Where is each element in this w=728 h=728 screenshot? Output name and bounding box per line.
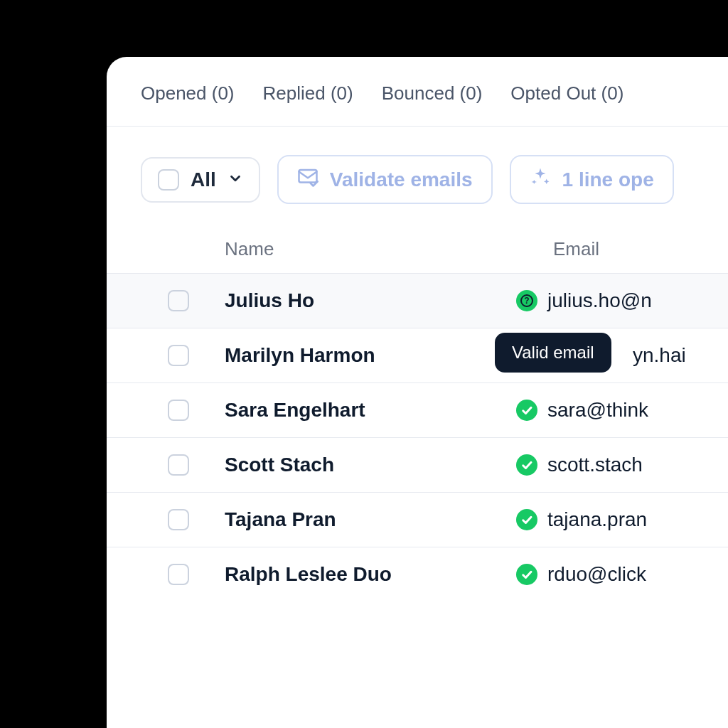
status-tabs: Opened (0) Replied (0) Bounced (0) Opted…	[107, 57, 728, 127]
row-checkbox[interactable]	[168, 345, 189, 366]
table-row[interactable]: Ralph Leslee Duo rduo@click	[107, 547, 728, 601]
main-panel: Opened (0) Replied (0) Bounced (0) Opted…	[107, 57, 728, 728]
tab-opened[interactable]: Opened (0)	[141, 82, 235, 105]
row-name: Sara Engelhart	[189, 399, 516, 422]
row-email: scott.stach	[547, 454, 643, 476]
line-opener-label: 1 line ope	[562, 168, 654, 191]
mail-check-icon	[297, 166, 318, 193]
row-name: Tajana Pran	[189, 508, 516, 531]
row-name: Julius Ho	[189, 289, 516, 312]
row-name: Scott Stach	[189, 454, 516, 476]
table-row[interactable]: Scott Stach scott.stach	[107, 437, 728, 492]
chevron-down-icon	[228, 171, 243, 189]
row-checkbox[interactable]	[168, 509, 189, 530]
contacts-table: Name Email Julius Ho ? julius.ho@n Maril…	[107, 225, 728, 601]
tab-opted-out[interactable]: Opted Out (0)	[510, 82, 623, 105]
select-all-dropdown[interactable]: All	[141, 157, 260, 203]
row-email: rduo@click	[547, 563, 646, 586]
col-header-name: Name	[198, 238, 553, 260]
row-email: tajana.pran	[547, 508, 647, 531]
question-status-icon: ?	[516, 290, 537, 311]
table-row[interactable]: Tajana Pran tajana.pran	[107, 492, 728, 547]
valid-email-tooltip: Valid email	[495, 333, 611, 373]
toolbar: All Validate emails	[107, 127, 728, 225]
tab-replied[interactable]: Replied (0)	[263, 82, 353, 105]
table-row[interactable]: Marilyn Harmon Valid email yn.hai	[107, 328, 728, 382]
row-name: Marilyn Harmon	[189, 344, 516, 367]
select-all-label: All	[191, 168, 216, 191]
check-status-icon	[516, 454, 537, 476]
row-email: sara@think	[547, 399, 648, 422]
row-checkbox[interactable]	[168, 564, 189, 585]
row-checkbox[interactable]	[168, 454, 189, 476]
row-checkbox[interactable]	[168, 400, 189, 421]
row-email-cell: ? julius.ho@n	[516, 289, 652, 312]
tab-bounced[interactable]: Bounced (0)	[382, 82, 483, 105]
row-email: yn.hai	[633, 344, 686, 367]
table-header: Name Email	[107, 225, 728, 273]
row-email-cell: Valid email yn.hai	[516, 344, 686, 367]
row-checkbox[interactable]	[168, 290, 189, 311]
col-header-email: Email	[553, 238, 728, 260]
table-row[interactable]: Sara Engelhart sara@think	[107, 382, 728, 437]
row-email-cell: tajana.pran	[516, 508, 647, 531]
sparkle-icon	[530, 166, 551, 193]
validate-emails-button[interactable]: Validate emails	[277, 155, 493, 204]
line-opener-button[interactable]: 1 line ope	[510, 155, 674, 204]
row-email: julius.ho@n	[547, 289, 652, 312]
table-row[interactable]: Julius Ho ? julius.ho@n	[107, 273, 728, 328]
check-status-icon	[516, 509, 537, 530]
row-email-cell: rduo@click	[516, 563, 646, 586]
row-email-cell: scott.stach	[516, 454, 643, 476]
validate-emails-label: Validate emails	[330, 168, 473, 191]
check-status-icon	[516, 400, 537, 421]
select-all-checkbox[interactable]	[158, 169, 179, 191]
row-name: Ralph Leslee Duo	[189, 563, 516, 586]
svg-rect-0	[299, 170, 316, 183]
row-email-cell: sara@think	[516, 399, 648, 422]
check-status-icon	[516, 564, 537, 585]
